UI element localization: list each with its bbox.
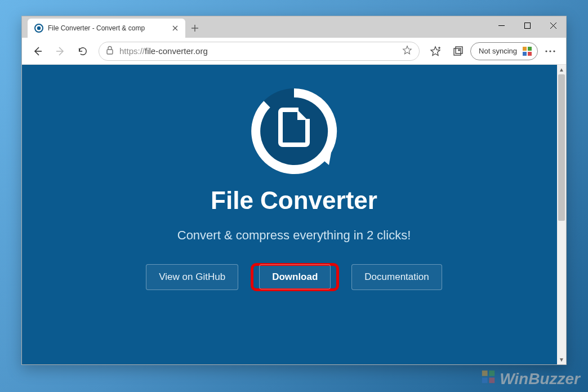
browser-window: File Converter - Convert & comp xyxy=(21,16,567,365)
svg-rect-21 xyxy=(523,52,527,56)
tab-title: File Converter - Convert & comp xyxy=(48,24,166,32)
scrollbar-thumb[interactable] xyxy=(558,74,565,221)
svg-rect-20 xyxy=(528,47,532,51)
page-title: File Converter xyxy=(211,186,377,215)
url-scheme: https:// xyxy=(119,46,145,56)
svg-point-24 xyxy=(549,50,551,52)
page-subtitle: Convert & compress everything in 2 click… xyxy=(177,228,411,243)
favorites-button[interactable] xyxy=(425,41,446,61)
documentation-button[interactable]: Documentation xyxy=(351,264,442,290)
hero-actions: View on GitHub Download Documentation xyxy=(146,263,442,291)
favorite-star-button[interactable] xyxy=(402,45,412,57)
minimize-button[interactable] xyxy=(488,16,514,34)
close-window-button[interactable] xyxy=(540,16,566,34)
svg-rect-30 xyxy=(482,377,488,383)
scroll-up-icon[interactable]: ▲ xyxy=(557,65,566,74)
window-controls xyxy=(488,16,566,34)
svg-rect-28 xyxy=(482,371,488,376)
watermark: WinBuzzer xyxy=(480,369,580,389)
profile-avatar-icon xyxy=(522,46,533,57)
svg-point-25 xyxy=(553,50,555,52)
maximize-button[interactable] xyxy=(514,16,540,34)
svg-point-23 xyxy=(545,50,547,52)
new-tab-button[interactable] xyxy=(185,19,204,38)
lock-icon xyxy=(106,46,114,56)
collections-button[interactable] xyxy=(448,41,468,61)
refresh-button[interactable] xyxy=(73,41,93,61)
watermark-text: WinBuzzer xyxy=(500,370,580,388)
forward-button[interactable] xyxy=(50,41,70,61)
address-bar[interactable]: https://file-converter.org xyxy=(99,42,420,61)
scrollbar[interactable]: ▲ ▼ xyxy=(557,65,566,364)
url-text: https://file-converter.org xyxy=(119,46,208,56)
download-button[interactable]: Download xyxy=(259,264,331,289)
svg-rect-19 xyxy=(523,47,527,51)
svg-rect-29 xyxy=(489,371,495,376)
svg-rect-22 xyxy=(528,52,532,56)
view-on-github-button[interactable]: View on GitHub xyxy=(146,264,238,290)
svg-point-1 xyxy=(37,26,41,30)
page-content: ▲ ▼ File Converter Convert & compress ev… xyxy=(22,65,566,364)
url-host: file-converter.org xyxy=(145,46,208,56)
settings-menu-button[interactable] xyxy=(540,50,560,52)
profile-sync-button[interactable]: Not syncing xyxy=(470,42,538,60)
scroll-down-icon[interactable]: ▼ xyxy=(557,355,566,364)
app-logo-icon xyxy=(249,86,339,176)
toolbar: https://file-converter.org Not syncing xyxy=(22,38,566,65)
titlebar: File Converter - Convert & comp xyxy=(22,16,566,38)
back-button[interactable] xyxy=(28,41,48,61)
svg-rect-15 xyxy=(454,48,461,55)
browser-tab[interactable]: File Converter - Convert & comp xyxy=(28,19,185,38)
svg-rect-31 xyxy=(489,377,495,383)
watermark-logo-icon xyxy=(480,369,496,389)
svg-rect-12 xyxy=(107,50,113,54)
tab-favicon-icon xyxy=(34,24,43,33)
annotation-highlight: Download xyxy=(251,263,339,291)
sync-label: Not syncing xyxy=(479,47,517,55)
svg-rect-7 xyxy=(524,23,530,28)
tab-close-button[interactable] xyxy=(171,24,180,33)
